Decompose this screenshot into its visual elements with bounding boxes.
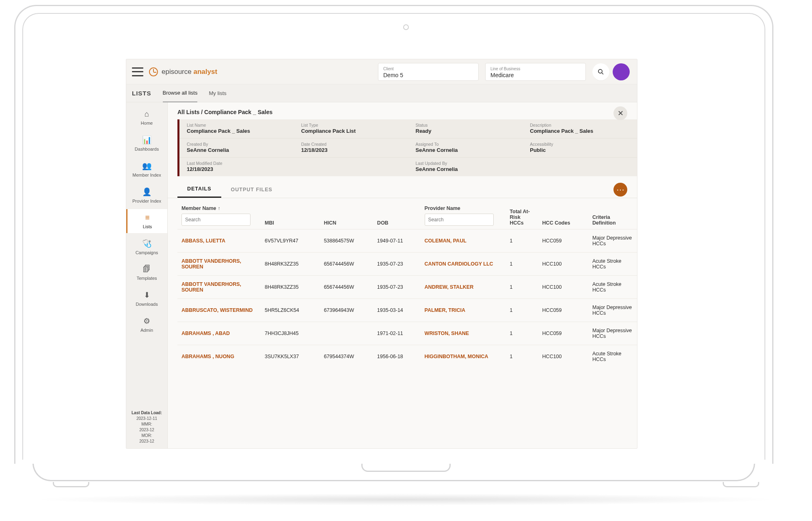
sidenav-item-downloads[interactable]: ⬇Downloads <box>126 286 167 311</box>
sort-asc-icon[interactable]: ↑ <box>218 205 220 211</box>
cell-mbi: 3SU7KK5LX37 <box>261 345 320 368</box>
last-data-load: Last Data Load:2023-12-11MMR:2023-12MOR:… <box>129 406 164 448</box>
member-link[interactable]: ABBASS, LUETTA <box>177 229 261 253</box>
col-dob: DOB <box>373 198 421 229</box>
cell-risk: 1 <box>506 299 538 322</box>
cell-criteria: Major Depressive HCCs <box>588 299 637 322</box>
provider-link[interactable]: HIGGINBOTHAM, MONICA <box>421 345 506 368</box>
provider-link[interactable]: COLEMAN, PAUL <box>421 229 506 253</box>
meta-value: Compliance Pack List <box>301 128 401 134</box>
svg-point-0 <box>598 69 602 73</box>
sidenav-item-templates[interactable]: 🗐Templates <box>126 261 167 285</box>
member-link[interactable]: ABRAHAMS , ABAD <box>177 322 261 345</box>
cell-mbi: 8H48RK3ZZ35 <box>261 253 320 276</box>
sidenav-item-label: Provider Index <box>132 199 161 203</box>
brand-word-b: analyst <box>193 68 217 76</box>
meta-value: Ready <box>416 128 516 134</box>
meta-key: Date Created <box>301 142 401 147</box>
app-screen: episource analyst Client Demo 5 Line of … <box>126 59 637 449</box>
member-link[interactable]: ABRAHAMS , NUONG <box>177 345 261 368</box>
detail-tabs-bar: DETAILS OUTPUT FILES ⋯ <box>168 180 637 198</box>
meta-value: Public <box>530 147 630 153</box>
sidenav-item-home[interactable]: ⌂Home <box>126 106 167 130</box>
sidenav-item-dashboards[interactable]: 📊Dashboards <box>126 131 167 156</box>
meta-key: Description <box>530 123 630 128</box>
meta-value: Compliance Pack _ Sales <box>187 128 287 134</box>
cell-dob: 1956-06-18 <box>373 345 421 368</box>
lists-icon: ≡ <box>145 213 149 222</box>
meta-value: SeAnne Cornelia <box>416 166 630 172</box>
tab-browse-all-lists[interactable]: Browse all lists <box>163 84 198 102</box>
cell-hicn: 679544374W <box>320 345 373 368</box>
search-icon[interactable] <box>592 63 609 80</box>
close-icon[interactable]: ✕ <box>613 106 627 120</box>
brand-logo-text: episource analyst <box>149 67 217 76</box>
member-link[interactable]: ABBOTT VANDERHORS, SOUREN <box>177 276 261 299</box>
cell-criteria: Acute Stroke HCCs <box>588 276 637 299</box>
provider-search-input[interactable] <box>425 214 494 226</box>
provider-link[interactable]: WRISTON, SHANE <box>421 322 506 345</box>
client-select[interactable]: Client Demo 5 <box>378 63 479 81</box>
more-actions-icon[interactable]: ⋯ <box>613 183 627 197</box>
tab-details[interactable]: DETAILS <box>177 180 221 198</box>
col-hicn: HICN <box>320 198 373 229</box>
provider-link[interactable]: PALMER, TRICIA <box>421 299 506 322</box>
tab-my-lists[interactable]: My lists <box>209 90 226 96</box>
cell-dob: 1935-07-23 <box>373 276 421 299</box>
cell-risk: 1 <box>506 229 538 253</box>
section-tabs-bar: LISTS Browse all lists My lists <box>126 84 637 102</box>
provider-link[interactable]: CANTON CARDIOLOGY LLC <box>421 253 506 276</box>
menu-icon[interactable] <box>132 67 143 76</box>
admin-icon: ⚙ <box>143 316 150 326</box>
meta-key: List Type <box>301 123 401 128</box>
lob-select-value: Medicare <box>490 72 581 78</box>
client-select-label: Client <box>383 67 473 71</box>
table-row: ABBASS, LUETTA6V57VL9YR47538864575W1949-… <box>177 229 637 253</box>
member-search-input[interactable] <box>181 214 251 226</box>
templates-icon: 🗐 <box>143 265 151 274</box>
cell-mbi: 8H48RK3ZZ35 <box>261 276 320 299</box>
meta-key: Status <box>416 123 516 128</box>
campaigns-icon: 🩺 <box>142 239 152 248</box>
sidenav-item-label: Campaigns <box>136 250 158 255</box>
cell-dob: 1935-03-14 <box>373 299 421 322</box>
sidenav-item-lists[interactable]: ≡Lists <box>126 209 167 233</box>
sidenav-item-campaigns[interactable]: 🩺Campaigns <box>126 235 167 259</box>
svg-line-1 <box>602 73 603 74</box>
cell-criteria: Acute Stroke HCCs <box>588 345 637 368</box>
meta-value: 12/18/2023 <box>187 166 401 172</box>
sidenav-item-provider-index[interactable]: 👤Provider Index <box>126 183 167 208</box>
home-icon: ⌂ <box>145 110 149 119</box>
sidenav-item-label: Admin <box>140 328 153 333</box>
cell-hicn <box>320 322 373 345</box>
col-mbi: MBI <box>261 198 320 229</box>
cell-dob: 1949-07-11 <box>373 229 421 253</box>
meta-value: 12/18/2023 <box>301 147 401 153</box>
col-total-at-risk: Total At-Risk HCCs <box>506 198 538 229</box>
cell-criteria: Major Depressive HCCs <box>588 322 637 345</box>
tab-output-files[interactable]: OUTPUT FILES <box>221 181 282 197</box>
table-row: ABBOTT VANDERHORS, SOUREN8H48RK3ZZ356567… <box>177 253 637 276</box>
avatar[interactable] <box>613 63 630 80</box>
provider-link[interactable]: ANDREW, STALKER <box>421 276 506 299</box>
sidenav-item-label: Member Index <box>132 173 161 177</box>
brand-mark-icon <box>149 67 158 76</box>
sidenav-item-label: Templates <box>136 276 157 281</box>
meta-key: Last Updated By <box>416 161 630 166</box>
cell-hcc: HCC059 <box>538 299 588 322</box>
meta-value: Compliance Pack _ Sales <box>530 128 630 134</box>
col-provider-name: Provider Name <box>425 205 460 211</box>
sidenav-item-member-index[interactable]: 👥Member Index <box>126 157 167 182</box>
cell-criteria: Acute Stroke HCCs <box>588 253 637 276</box>
member-link[interactable]: ABBOTT VANDERHORS, SOUREN <box>177 253 261 276</box>
list-metadata-panel: List NameCompliance Pack _ SalesList Typ… <box>177 119 637 176</box>
sidenav-item-label: Home <box>141 121 153 125</box>
member-link[interactable]: ABBRUSCATO, WISTERMIND <box>177 299 261 322</box>
cell-mbi: 5HR5LZ6CK54 <box>261 299 320 322</box>
cell-criteria: Major Depressive HCCs <box>588 229 637 253</box>
col-member-name: Member Name <box>181 205 216 211</box>
lob-select[interactable]: Line of Business Medicare <box>485 63 586 81</box>
sidenav-item-admin[interactable]: ⚙Admin <box>126 312 167 337</box>
cell-hcc: HCC100 <box>538 276 588 299</box>
table-row: ABBOTT VANDERHORS, SOUREN8H48RK3ZZ356567… <box>177 276 637 299</box>
